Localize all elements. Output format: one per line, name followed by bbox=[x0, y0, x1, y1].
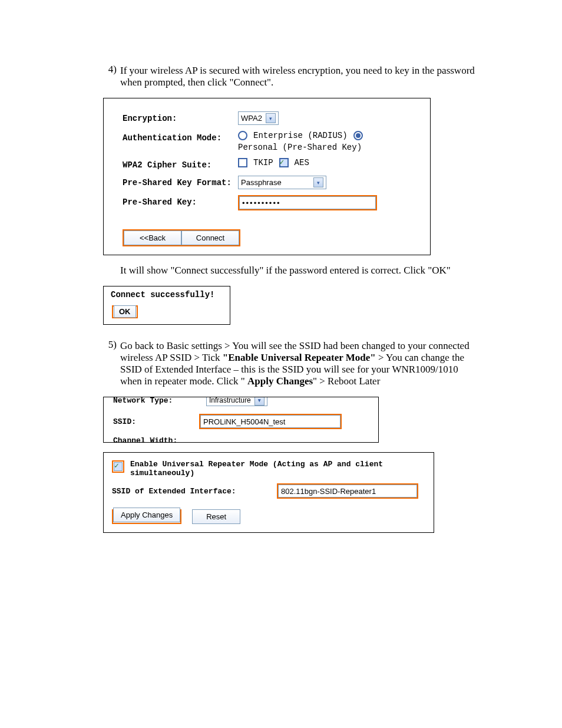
bold-apply-changes: Apply Changes bbox=[247, 375, 313, 387]
network-type-select[interactable]: Infrastructure ▾ bbox=[206, 397, 267, 406]
psk-label: Pre-Shared Key: bbox=[115, 195, 238, 207]
checkbox-tkip-label: TKIP bbox=[253, 158, 273, 167]
cipher-label: WPA2 Cipher Suite: bbox=[115, 158, 238, 170]
ssid-panel: Network Type: Infrastructure ▾ SSID: PRO… bbox=[103, 397, 379, 443]
checkbox-aes-label: AES bbox=[295, 158, 309, 167]
psk-highlight: •••••••••• bbox=[238, 195, 377, 210]
connect-success-dialog: Connect successfully! OK bbox=[103, 286, 230, 325]
step-5-number: 5) bbox=[99, 339, 120, 351]
psk-format-value: Passphrase bbox=[241, 178, 282, 187]
network-type-value: Infrastructure bbox=[209, 397, 251, 404]
encryption-select[interactable]: WPA2 ▾ bbox=[238, 111, 279, 125]
enable-repeater-label: Enable Universal Repeater Mode (Acting a… bbox=[130, 460, 425, 477]
radio-personal-label: Personal (Pre-Shared Key) bbox=[238, 143, 362, 152]
step-4-number: 4) bbox=[99, 64, 120, 75]
extended-ssid-input[interactable]: 802.11bgn-SSID-Repeater1 bbox=[278, 485, 417, 498]
radio-enterprise[interactable] bbox=[238, 131, 247, 140]
radio-personal[interactable] bbox=[353, 131, 363, 140]
psk-format-label: Pre-Shared Key Format: bbox=[115, 176, 238, 187]
ssid-label: SSID: bbox=[113, 417, 189, 426]
chevron-down-icon: ▾ bbox=[254, 397, 265, 406]
cipher-options: TKIP AES bbox=[238, 158, 418, 167]
encryption-dialog: Encryption: WPA2 ▾ Authentication Mode: … bbox=[103, 98, 431, 255]
ssid-highlight: PROLiNK_H5004N_test bbox=[199, 414, 342, 429]
step-5-text: Go back to Basic settings > You will see… bbox=[120, 340, 480, 387]
checkbox-aes[interactable] bbox=[279, 158, 289, 167]
repeater-checkbox-highlight bbox=[112, 460, 124, 473]
auth-mode-label: Authentication Mode: bbox=[115, 131, 238, 143]
checkbox-tkip[interactable] bbox=[238, 158, 247, 167]
back-connect-highlight: <<Back Connect bbox=[123, 229, 240, 246]
step-5: 5) Go back to Basic settings > You will … bbox=[0, 339, 562, 533]
connect-success-msg: Connect successfully! bbox=[111, 290, 225, 299]
network-type-label: Network Type: bbox=[113, 397, 196, 405]
apply-changes-highlight: Apply Changes bbox=[112, 509, 181, 524]
connect-button[interactable]: Connect bbox=[181, 230, 239, 245]
auth-mode-options: Enterprise (RADIUS) Personal (Pre-Shared… bbox=[238, 131, 418, 152]
ssid-input[interactable]: PROLiNK_H5004N_test bbox=[200, 415, 340, 428]
repeater-panel: Enable Universal Repeater Mode (Acting a… bbox=[103, 452, 434, 533]
encryption-select-value: WPA2 bbox=[241, 114, 262, 123]
psk-format-select[interactable]: Passphrase ▾ bbox=[238, 176, 326, 189]
chevron-down-icon: ▾ bbox=[266, 113, 276, 123]
extended-ssid-label: SSID of Extended Interface: bbox=[112, 487, 267, 496]
chevron-down-icon: ▾ bbox=[313, 177, 323, 187]
apply-changes-button[interactable]: Apply Changes bbox=[113, 508, 180, 522]
step-4-text: If your wireless AP is secured with wire… bbox=[120, 65, 480, 88]
channel-width-label: Channel Width: bbox=[113, 436, 177, 443]
bold-enable-repeater: "Enable Universal Repeater Mode" bbox=[223, 352, 376, 363]
psk-input[interactable]: •••••••••• bbox=[239, 196, 376, 209]
ok-button[interactable]: OK bbox=[114, 305, 136, 318]
back-button[interactable]: <<Back bbox=[124, 230, 181, 245]
step-4-text-b: It will show "Connect successfully" if t… bbox=[120, 265, 480, 276]
step-4: 4) If your wireless AP is secured with w… bbox=[0, 64, 562, 325]
encryption-label: Encryption: bbox=[115, 111, 238, 123]
ok-highlight: OK bbox=[112, 305, 138, 318]
extended-ssid-highlight: 802.11bgn-SSID-Repeater1 bbox=[277, 483, 418, 499]
enable-repeater-checkbox[interactable] bbox=[114, 462, 123, 471]
radio-enterprise-label: Enterprise (RADIUS) bbox=[253, 131, 348, 140]
reset-button[interactable]: Reset bbox=[192, 509, 240, 524]
